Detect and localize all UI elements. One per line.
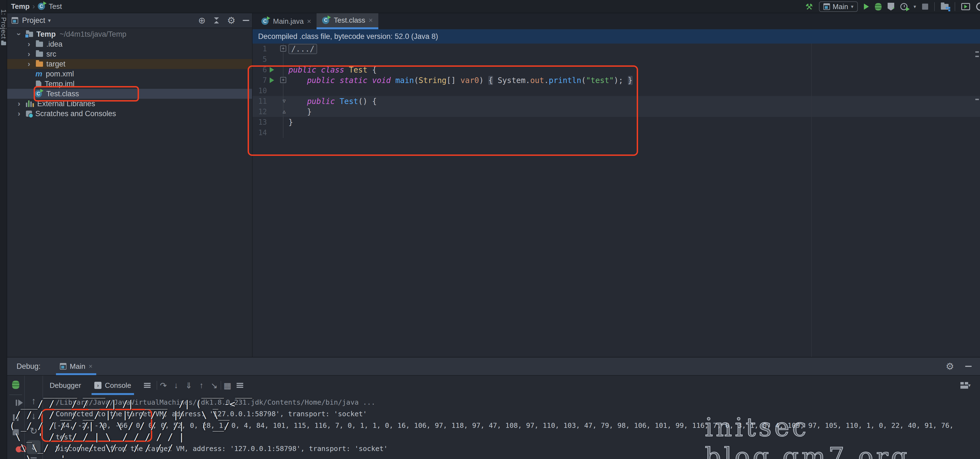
run-configuration-select[interactable]: Main ▾ <box>819 2 858 12</box>
run-anything-icon[interactable] <box>961 3 970 10</box>
layout-settings-icon[interactable] <box>961 382 968 389</box>
close-icon[interactable]: × <box>369 16 373 25</box>
code-line[interactable]: 13 } <box>253 117 980 128</box>
code-text[interactable]: /.../ <box>283 45 317 54</box>
code-line[interactable]: 14 <box>253 128 980 138</box>
debug-session-tab[interactable]: Main × <box>56 357 96 375</box>
chevron-collapsed-icon[interactable]: › <box>25 60 33 69</box>
code-line[interactable]: 5 <box>253 54 980 65</box>
close-icon[interactable]: × <box>307 17 311 26</box>
clear-console-icon[interactable] <box>30 457 37 459</box>
code-text[interactable]: public class Test { <box>283 65 377 75</box>
tab-main-java[interactable]: C Main.java × <box>256 13 317 29</box>
project-structure-icon[interactable] <box>941 4 948 10</box>
run-gutter-icon[interactable] <box>270 67 274 73</box>
tree-item-scratches[interactable]: › Scratches and Consoles <box>7 109 252 119</box>
gutter[interactable] <box>267 117 283 128</box>
pause-button[interactable] <box>13 414 19 421</box>
project-panel-title[interactable]: Project <box>22 16 45 25</box>
code-line[interactable]: 7 + public static void main(String[] var… <box>253 75 980 86</box>
profiler-dropdown-icon[interactable]: ▾ <box>913 3 916 10</box>
scroll-to-end-button[interactable]: ⇓ <box>27 440 41 454</box>
line-number[interactable]: 10 <box>253 87 267 95</box>
gear-icon[interactable]: ⚙ <box>946 361 954 372</box>
coverage-button[interactable] <box>888 3 894 11</box>
step-out-icon[interactable]: ↑ <box>195 381 208 390</box>
fold-plus-icon[interactable]: + <box>280 46 286 52</box>
code-line[interactable]: 6 public class Test { <box>253 65 980 75</box>
tab-debugger[interactable]: Debugger <box>43 376 88 395</box>
hide-panel-icon[interactable] <box>965 366 972 367</box>
debug-console[interactable]: /Library/Java/JavaVirtualMachines/jdk1.8… <box>43 395 980 459</box>
tab-console[interactable]: › Console <box>88 376 138 395</box>
build-hammer-icon[interactable]: ⚒ <box>805 2 813 11</box>
chevron-down-icon[interactable]: ▾ <box>968 382 970 388</box>
force-step-into-icon[interactable]: ⇓ <box>183 381 195 390</box>
chevron-expanded-icon[interactable]: › <box>14 30 24 38</box>
chevron-collapsed-icon[interactable]: › <box>16 99 22 108</box>
stop-button[interactable] <box>13 429 19 435</box>
gutter[interactable] <box>267 128 283 138</box>
line-number[interactable]: 7 <box>253 76 267 84</box>
chevron-down-icon[interactable]: ▾ <box>48 17 51 24</box>
hide-panel-icon[interactable] <box>243 20 249 21</box>
breadcrumb-class[interactable]: Test <box>49 2 62 11</box>
code-line[interactable]: 11 ▿ public Test() { <box>253 96 980 107</box>
chevron-collapsed-icon[interactable]: › <box>16 109 22 118</box>
tree-item-pom[interactable]: m pom.xml <box>7 69 252 79</box>
code-text[interactable]: public static void main(String[] var0) {… <box>283 76 633 85</box>
chevron-collapsed-icon[interactable]: › <box>25 49 33 59</box>
gear-icon[interactable]: ⚙ <box>227 15 235 26</box>
profiler-button[interactable] <box>900 3 907 10</box>
search-everywhere-icon[interactable] <box>976 3 980 11</box>
code-text[interactable]: } <box>283 107 312 116</box>
line-number[interactable]: 12 <box>253 108 267 116</box>
line-number[interactable]: 11 <box>253 97 267 105</box>
run-gutter-icon[interactable] <box>270 78 274 83</box>
line-number[interactable]: 13 <box>253 118 267 126</box>
tab-test-class[interactable]: C Test.class × <box>317 13 378 29</box>
chevron-collapsed-icon[interactable]: › <box>25 40 33 49</box>
evaluate-expression-icon[interactable]: ▦ <box>221 381 234 390</box>
step-into-icon[interactable]: ↓ <box>170 381 183 390</box>
up-arrow-icon[interactable]: ↑ <box>32 395 36 406</box>
line-number[interactable]: 6 <box>253 65 267 74</box>
step-over-icon[interactable]: ↷ <box>157 381 170 390</box>
line-number[interactable]: 1 <box>253 45 267 53</box>
gutter[interactable]: + <box>267 75 283 86</box>
gutter[interactable]: ▿ <box>267 96 283 107</box>
tree-item-idea[interactable]: › .idea <box>7 39 252 49</box>
line-number[interactable]: 5 <box>253 55 267 64</box>
code-viewport[interactable]: 1 + /.../ 5 6 public class Test { 7 + pu <box>253 44 980 357</box>
fold-plus-icon[interactable]: + <box>280 77 286 83</box>
collapse-all-icon[interactable] <box>213 17 220 24</box>
options-menu-icon[interactable] <box>144 383 151 388</box>
code-line[interactable]: 10 <box>253 86 980 96</box>
run-to-cursor-icon[interactable]: ↘ <box>208 381 221 390</box>
breadcrumb-project[interactable]: Temp <box>11 2 30 11</box>
fold-open-icon[interactable]: ▿ <box>283 97 286 105</box>
code-line[interactable]: 12 ▵ } <box>253 107 980 117</box>
run-button[interactable] <box>864 3 869 10</box>
down-arrow-icon[interactable]: ↓ <box>32 410 36 421</box>
gutter[interactable] <box>267 65 283 75</box>
gutter[interactable]: + <box>267 44 283 54</box>
settings-filter-icon[interactable] <box>237 383 243 388</box>
code-line[interactable]: 1 + /.../ <box>253 44 980 54</box>
code-text[interactable]: } <box>283 118 293 127</box>
tree-item-iml[interactable]: Temp.iml <box>7 79 252 89</box>
debug-button[interactable] <box>875 3 881 11</box>
project-stripe-button[interactable]: 1: Project <box>0 10 7 39</box>
tree-item-external-libraries[interactable]: › External Libraries <box>7 99 252 109</box>
stop-button[interactable] <box>922 3 928 10</box>
locate-file-icon[interactable]: ⊕ <box>198 15 206 26</box>
tree-item-src[interactable]: › src <box>7 49 252 59</box>
gutter[interactable] <box>267 54 283 65</box>
tree-item-project-root[interactable]: › Temp ~/d4m1ts/java/Temp <box>7 29 252 39</box>
fold-end-icon[interactable]: ▵ <box>283 108 286 115</box>
tree-item-test-class[interactable]: C Test.class <box>7 89 252 99</box>
rerun-icon[interactable]: ↻ <box>30 426 38 437</box>
gutter[interactable] <box>267 86 283 96</box>
gutter[interactable]: ▵ <box>267 107 283 117</box>
line-number[interactable]: 14 <box>253 129 267 137</box>
